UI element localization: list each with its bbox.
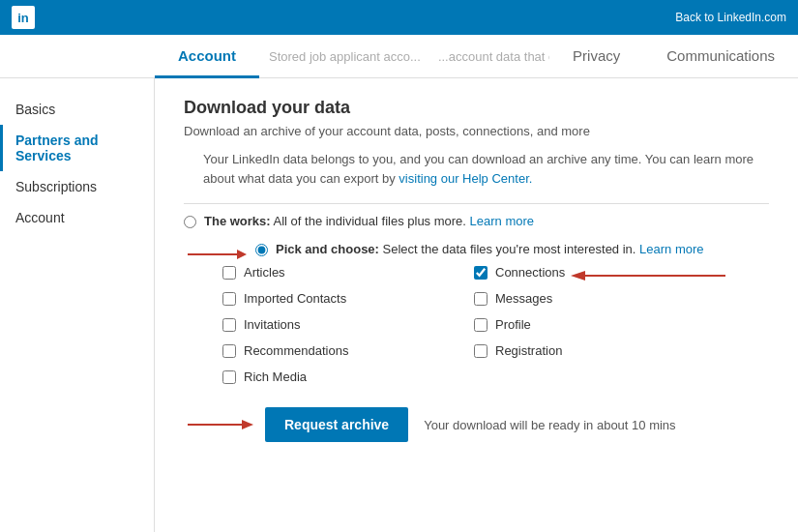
checkbox-profile-input[interactable] bbox=[474, 318, 488, 332]
stored-job-strip: Stored job applicant acco... ...account … bbox=[259, 35, 549, 77]
radio-works-option: The works: All of the individual files p… bbox=[184, 214, 769, 228]
topbar: in Back to LinkedIn.com bbox=[0, 0, 798, 35]
nav-tabs: Account Stored job applicant acco... ...… bbox=[0, 35, 798, 78]
svg-marker-3 bbox=[571, 271, 585, 281]
pick-learn-more-link[interactable]: Learn more bbox=[639, 242, 703, 256]
linkedin-logo: in bbox=[12, 6, 35, 29]
checkbox-registration-label: Registration bbox=[495, 343, 562, 358]
radio-pick-input[interactable] bbox=[255, 244, 268, 256]
arrow-connections-icon bbox=[561, 265, 735, 286]
checkbox-connections-label: Connections bbox=[495, 265, 565, 280]
checkbox-registration-input[interactable] bbox=[474, 344, 488, 358]
checkbox-profile-label: Profile bbox=[495, 317, 531, 332]
sidebar-item-account[interactable]: Account bbox=[0, 202, 154, 233]
back-to-linkedin-link[interactable]: Back to LinkedIn.com bbox=[675, 11, 786, 24]
checkbox-rich-media-label: Rich Media bbox=[244, 369, 307, 384]
page-title: Download your data bbox=[184, 98, 769, 118]
layout: Basics Partners and Services Subscriptio… bbox=[0, 78, 798, 532]
svg-marker-5 bbox=[242, 420, 253, 429]
checkbox-articles-label: Articles bbox=[244, 265, 285, 280]
radio-pick-row: Pick and choose: Select the data files y… bbox=[184, 242, 769, 265]
svg-marker-1 bbox=[237, 250, 247, 259]
tab-communications[interactable]: Communications bbox=[643, 36, 798, 78]
checkbox-imported-contacts-input[interactable] bbox=[222, 292, 236, 306]
checkbox-messages-label: Messages bbox=[495, 291, 552, 306]
sidebar-item-basics[interactable]: Basics bbox=[0, 94, 154, 125]
checkbox-messages: Messages bbox=[474, 291, 687, 306]
radio-pick-option: Pick and choose: Select the data files y… bbox=[255, 242, 704, 256]
checkbox-invitations-input[interactable] bbox=[222, 318, 236, 332]
checkbox-imported-contacts: Imported Contacts bbox=[222, 291, 435, 306]
sidebar: Basics Partners and Services Subscriptio… bbox=[0, 78, 155, 532]
sidebar-item-partners[interactable]: Partners and Services bbox=[0, 125, 154, 171]
checkbox-invitations: Invitations bbox=[222, 317, 435, 332]
checkbox-profile: Profile bbox=[474, 317, 687, 332]
works-learn-more-link[interactable]: Learn more bbox=[470, 214, 534, 228]
checkbox-recommendations-label: Recommendations bbox=[244, 343, 348, 358]
request-archive-button[interactable]: Request archive bbox=[265, 407, 408, 442]
radio-pick-label: Pick and choose: Select the data files y… bbox=[276, 242, 704, 256]
request-archive-row: Request archive Your download will be re… bbox=[184, 407, 769, 442]
checkbox-articles-input[interactable] bbox=[222, 266, 236, 280]
checkbox-connections-input[interactable] bbox=[474, 266, 488, 280]
divider bbox=[184, 203, 769, 204]
checkbox-registration: Registration bbox=[474, 343, 687, 358]
arrow-request-icon bbox=[184, 414, 261, 435]
radio-works-label: The works: All of the individual files p… bbox=[204, 214, 534, 228]
checkbox-rich-media-input[interactable] bbox=[222, 370, 236, 384]
arrow-pick-icon bbox=[184, 244, 251, 265]
checkbox-rich-media: Rich Media bbox=[222, 369, 435, 384]
info-box: Your LinkedIn data belongs to you, and y… bbox=[203, 150, 769, 188]
main-content: Download your data Download an archive o… bbox=[155, 78, 798, 532]
ready-text: Your download will be ready in about 10 … bbox=[424, 418, 675, 432]
checkbox-invitations-label: Invitations bbox=[244, 317, 301, 332]
checkbox-connections: Connections bbox=[474, 265, 687, 280]
help-center-link[interactable]: visiting our Help Center. bbox=[399, 171, 532, 186]
checkbox-articles: Articles bbox=[222, 265, 435, 280]
checkbox-imported-contacts-label: Imported Contacts bbox=[244, 291, 346, 306]
sidebar-item-subscriptions[interactable]: Subscriptions bbox=[0, 171, 154, 202]
page-subtitle: Download an archive of your account data… bbox=[184, 124, 769, 138]
tab-privacy[interactable]: Privacy bbox=[549, 36, 643, 78]
checkbox-grid: Articles Connections Imported Contacts bbox=[222, 265, 769, 384]
checkbox-messages-input[interactable] bbox=[474, 292, 488, 306]
radio-works-input[interactable] bbox=[184, 216, 196, 228]
tab-account[interactable]: Account bbox=[155, 36, 259, 78]
checkbox-recommendations: Recommendations bbox=[222, 343, 435, 358]
checkbox-recommendations-input[interactable] bbox=[222, 344, 236, 358]
